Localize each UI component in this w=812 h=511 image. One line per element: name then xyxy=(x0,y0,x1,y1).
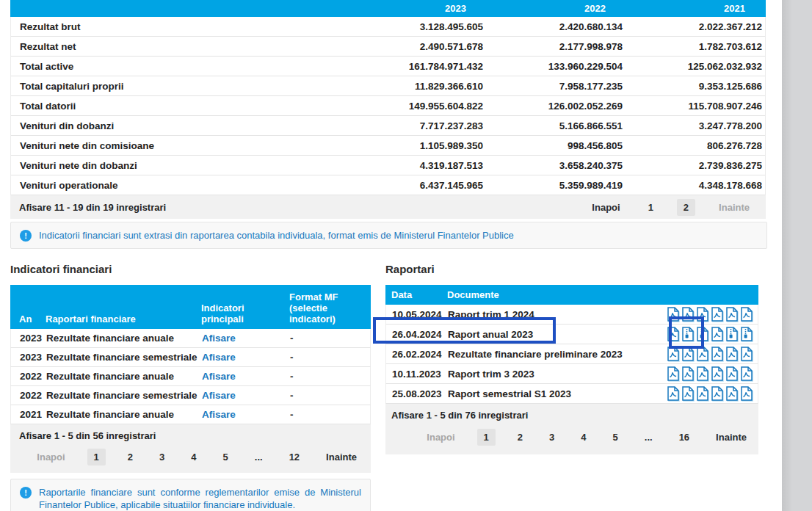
date-cell: 10.11.2023 xyxy=(392,369,448,380)
table-row: 2023 Rezultate financiare anuale Afisare… xyxy=(10,329,371,348)
format-cell: - xyxy=(290,409,370,420)
indicatori-financiari-title: Indicatori financiari xyxy=(10,263,112,275)
table-row: 2022 Rezultate financiare semestriale Af… xyxy=(10,386,371,405)
records-summary: Afisare 1 - 5 din 76 inregistrari xyxy=(391,410,751,421)
zip-document-icon[interactable] xyxy=(740,327,753,341)
pagination-page-5[interactable]: 5 xyxy=(219,449,233,465)
pdf-document-icon[interactable] xyxy=(696,366,709,381)
pagination-page-1-selected[interactable]: 1 xyxy=(87,449,106,465)
pagination: Inapoi 1 2 3 4 5 ... 16 Inainte xyxy=(391,429,751,446)
pdf-document-icon[interactable] xyxy=(696,386,709,401)
indicator-label: Venituri nete din comisioane xyxy=(11,140,347,151)
pagination-page-3[interactable]: 3 xyxy=(155,449,169,465)
pdf-document-icon[interactable] xyxy=(711,347,724,361)
pagination-page-2-selected[interactable]: 2 xyxy=(677,199,695,216)
table-footer: Afisare 1 - 5 din 56 inregistrari Inapoi… xyxy=(10,424,371,473)
pdf-document-icon[interactable] xyxy=(740,347,753,361)
pdf-document-icon[interactable] xyxy=(711,366,724,381)
pagination-next-button[interactable]: Inainte xyxy=(322,449,361,465)
pagination-page-5[interactable]: 5 xyxy=(609,429,623,446)
raportari-title: Raportari xyxy=(385,263,435,275)
indicator-label: Total datorii xyxy=(11,101,347,112)
pdf-document-icon[interactable] xyxy=(725,307,739,322)
afisare-link[interactable]: Afisare xyxy=(202,390,290,401)
pdf-document-icon[interactable] xyxy=(681,386,695,401)
document-icons xyxy=(667,347,753,361)
pdf-document-icon[interactable] xyxy=(711,307,724,322)
value-cell: 2.177.998.978 xyxy=(486,41,626,52)
pdf-document-icon[interactable] xyxy=(696,347,709,361)
indicator-label: Venituri din dobanzi xyxy=(11,120,347,131)
pdf-document-icon[interactable] xyxy=(667,366,680,381)
afisare-link[interactable]: Afisare xyxy=(202,409,290,420)
pdf-document-icon[interactable] xyxy=(681,347,695,361)
value-cell: 5.166.866.551 xyxy=(486,120,626,131)
afisare-link[interactable]: Afisare xyxy=(202,371,290,382)
value-cell: 5.359.989.419 xyxy=(486,180,626,191)
pdf-document-icon[interactable] xyxy=(681,366,695,381)
indicator-label: Rezultat brut xyxy=(11,21,347,32)
table-row: 10.11.2023 Raport trim 3 2023 xyxy=(385,364,758,384)
table-row: 2022 Rezultate financiare anuale Afisare… xyxy=(10,367,371,386)
pagination-page-1[interactable]: 1 xyxy=(644,199,658,216)
pagination: Inapoi 1 2 Inainte xyxy=(587,199,754,216)
value-cell: 115.708.907.246 xyxy=(626,101,765,112)
indicator-label: Total active xyxy=(11,61,347,72)
pdf-document-icon[interactable] xyxy=(711,386,724,401)
afisare-link[interactable]: Afisare xyxy=(202,352,290,363)
pagination-page-4[interactable]: 4 xyxy=(186,449,200,465)
value-cell: 2.490.571.678 xyxy=(347,41,486,52)
pdf-document-icon[interactable] xyxy=(725,366,739,381)
pdf-document-icon[interactable] xyxy=(667,347,680,361)
pagination-ellipsis: ... xyxy=(640,429,657,446)
table-row: Venituri nete din dobanzi 4.319.187.513 … xyxy=(11,156,765,175)
pagination-page-4[interactable]: 4 xyxy=(576,429,590,446)
pagination-page-12[interactable]: 12 xyxy=(285,449,304,465)
table-row: Total datorii 149.955.604.822 126.002.05… xyxy=(11,96,765,116)
reports-info-note: ! Raportarile financiare sunt conforme r… xyxy=(10,479,371,511)
value-cell: 2.022.367.212 xyxy=(626,21,765,32)
format-cell: - xyxy=(290,352,370,363)
document-icons xyxy=(667,386,753,401)
value-cell: 1.782.703.612 xyxy=(626,41,765,52)
records-summary: Afisare 1 - 5 din 56 inregistrari xyxy=(19,430,361,441)
table-row: Rezultat net 2.490.571.678 2.177.998.978… xyxy=(11,37,765,57)
header-data: Data xyxy=(391,289,447,300)
afisare-link[interactable]: Afisare xyxy=(202,333,290,344)
pagination-prev-button[interactable]: Inapoi xyxy=(587,199,624,216)
pdf-document-icon[interactable] xyxy=(711,327,724,341)
table-row: 25.08.2023 Raport semestrial S1 2023 xyxy=(385,384,758,404)
header-format-mf: Format MF (selectie indicatori) xyxy=(289,291,371,325)
value-cell: 806.276.728 xyxy=(626,140,765,151)
table-header-row: An Raportari financiare Indicatori princ… xyxy=(10,285,371,329)
value-cell: 6.437.145.965 xyxy=(347,180,486,191)
page-background-strip xyxy=(782,0,812,511)
value-cell: 3.247.778.200 xyxy=(626,120,765,131)
pdf-document-icon[interactable] xyxy=(740,366,753,381)
pdf-document-icon[interactable] xyxy=(667,386,680,401)
pagination-page-3[interactable]: 3 xyxy=(545,429,559,446)
pagination-next-button[interactable]: Inainte xyxy=(711,429,751,446)
pdf-document-icon[interactable] xyxy=(725,347,739,361)
value-cell: 125.062.032.932 xyxy=(626,61,765,72)
raportari-table: Data Documente 10.05.2024 Raport trim 1 … xyxy=(385,285,758,454)
date-cell: 26.02.2024 xyxy=(392,349,448,360)
report-name-cell: Rezultate financiare anuale xyxy=(46,371,202,382)
pdf-document-icon[interactable] xyxy=(740,386,753,401)
pagination-page-16[interactable]: 16 xyxy=(675,429,694,446)
value-cell: 3.658.240.375 xyxy=(486,160,626,171)
value-cell: 7.958.177.235 xyxy=(486,81,626,92)
value-cell: 2.420.680.134 xyxy=(486,21,626,32)
zip-document-icon[interactable] xyxy=(725,327,739,341)
pagination: Inapoi 1 2 3 4 5 ... 12 Inainte xyxy=(19,449,361,465)
date-cell: 25.08.2023 xyxy=(392,388,448,399)
pagination-page-1-selected[interactable]: 1 xyxy=(477,429,496,446)
document-name-cell: Raport semestrial S1 2023 xyxy=(448,388,667,399)
pagination-next-button: Inainte xyxy=(714,199,754,216)
pdf-document-icon[interactable] xyxy=(725,386,739,401)
document-name-cell: Rezultate financiare preliminare 2023 xyxy=(448,349,667,360)
pagination-page-2[interactable]: 2 xyxy=(123,449,137,465)
pdf-document-icon[interactable] xyxy=(740,307,753,322)
pagination-page-2[interactable]: 2 xyxy=(513,429,527,446)
table-header-row: Data Documente xyxy=(385,285,758,305)
